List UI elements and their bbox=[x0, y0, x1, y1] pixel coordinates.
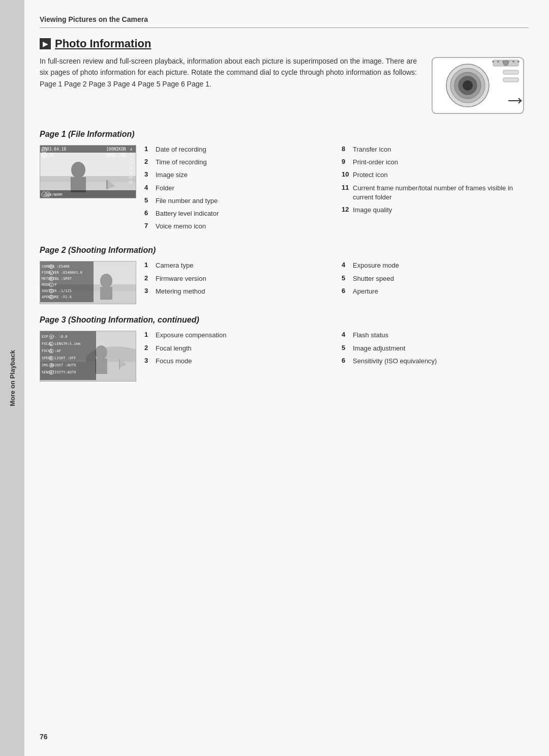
intro-paragraph: In full-screen review and full-screen pl… bbox=[40, 55, 417, 90]
page2-section: Page 2 (Shooting Information) CAMERA :E5… bbox=[40, 246, 529, 304]
page-number: 76 bbox=[40, 733, 48, 741]
page2-col2: 4 Exposure mode 5 Shutter speed 6 Apertu… bbox=[342, 261, 529, 300]
info-item: 5 Shutter speed bbox=[342, 274, 529, 283]
info-item: 6 Battery level indicator bbox=[144, 209, 331, 218]
section-text-block: ▶ Photo Information In full-screen revie… bbox=[40, 37, 417, 90]
svg-rect-21 bbox=[106, 180, 108, 189]
svg-text:FIRM.VER  :E5400V1.0: FIRM.VER :E5400V1.0 bbox=[42, 271, 82, 275]
svg-text:0001.JPG: 0001.JPG bbox=[106, 153, 126, 158]
camera-svg bbox=[427, 52, 529, 119]
svg-text:6: 6 bbox=[50, 296, 52, 299]
page2-col1: 1 Camera type 2 Firmware version 3 Meter… bbox=[144, 261, 331, 300]
info-item: 4 Folder bbox=[144, 184, 331, 193]
svg-text:11: 11 bbox=[129, 180, 133, 184]
sidebar-tab: More on Playback bbox=[0, 0, 24, 756]
svg-text:7: 7 bbox=[130, 162, 132, 165]
svg-text:SENSITIVITY:AUTO: SENSITIVITY:AUTO bbox=[42, 370, 76, 374]
svg-point-5 bbox=[463, 80, 473, 91]
svg-text:1: 1 bbox=[50, 266, 52, 269]
section-title-text: Photo Information bbox=[55, 37, 151, 50]
page2-content: CAMERA :E5400 FIRM.VER :E5400V1.0 METERI… bbox=[40, 261, 529, 304]
svg-text:4: 4 bbox=[130, 148, 132, 151]
svg-text:2: 2 bbox=[50, 343, 52, 346]
svg-text:APERTURE  :F2.6: APERTURE :F2.6 bbox=[42, 295, 72, 299]
svg-text:8: 8 bbox=[130, 166, 132, 170]
page3-col1: 1 Exposure compensation 2 Focal length 3… bbox=[144, 331, 331, 369]
svg-rect-9 bbox=[503, 78, 518, 82]
camera-thumbnail bbox=[427, 52, 529, 121]
info-item: 10 Protect icon bbox=[342, 170, 529, 180]
info-item: 3 Metering method bbox=[144, 287, 331, 296]
svg-text:10: 10 bbox=[129, 176, 133, 179]
info-item: 2 Time of recording bbox=[144, 158, 331, 167]
page1-subtitle: Page 1 (File Information) bbox=[40, 130, 529, 139]
svg-point-14 bbox=[512, 61, 514, 63]
svg-text:5: 5 bbox=[50, 290, 52, 293]
main-content: Viewing Pictures on the Camera ▶ Photo I… bbox=[24, 0, 549, 756]
svg-point-49 bbox=[100, 274, 112, 288]
page3-section: Page 3 (Shooting Information, continued) bbox=[40, 315, 529, 382]
page2-subtitle: Page 2 (Shooting Information) bbox=[40, 246, 529, 255]
svg-rect-8 bbox=[503, 70, 518, 74]
info-item: 7 Voice memo icon bbox=[144, 222, 331, 231]
page2-info-columns: 1 Camera type 2 Firmware version 3 Meter… bbox=[144, 261, 529, 300]
page1-info-columns: 1 Date of recording 2 Time of recording … bbox=[144, 145, 529, 235]
svg-point-15 bbox=[517, 61, 520, 63]
page1-section: Page 1 (File Information) bbox=[40, 130, 529, 235]
svg-text:4: 4 bbox=[50, 284, 52, 287]
svg-point-13 bbox=[507, 61, 509, 63]
page1-col1: 1 Date of recording 2 Time of recording … bbox=[144, 145, 331, 235]
svg-point-19 bbox=[71, 162, 85, 178]
svg-point-10 bbox=[492, 61, 494, 63]
page-footer: 76 bbox=[40, 728, 529, 741]
chapter-title: Viewing Pictures on the Camera bbox=[40, 15, 529, 28]
svg-text:9: 9 bbox=[130, 171, 132, 175]
svg-text:FOCAL LENGTH:5.1mm: FOCAL LENGTH:5.1mm bbox=[42, 342, 80, 346]
section-icon: ▶ bbox=[40, 38, 51, 49]
svg-rect-75 bbox=[95, 359, 107, 374]
info-item: 1 Exposure compensation bbox=[144, 331, 331, 340]
info-item: 1 Camera type bbox=[144, 261, 331, 270]
page1-content: 2003.04.18 100NIKON 15:35 0001.JPG 1 2 4… bbox=[40, 145, 529, 235]
svg-text:1: 1 bbox=[50, 336, 52, 339]
svg-rect-76 bbox=[119, 359, 120, 369]
svg-text:100NIKON: 100NIKON bbox=[106, 147, 126, 152]
info-item: 8 Transfer icon bbox=[342, 145, 529, 154]
svg-point-11 bbox=[497, 61, 499, 63]
info-item: 5 File number and type bbox=[144, 196, 331, 206]
svg-text:METERING  :SPOT: METERING :SPOT bbox=[42, 277, 72, 281]
page3-subtitle: Page 3 (Shooting Information, continued) bbox=[40, 315, 529, 325]
svg-text:6: 6 bbox=[50, 371, 52, 374]
info-item: 9 Print-order icon bbox=[342, 158, 529, 167]
sidebar-label: More on Playback bbox=[9, 350, 16, 406]
page1-col2: 8 Transfer icon 9 Print-order icon 10 Pr… bbox=[342, 145, 529, 235]
svg-point-12 bbox=[502, 61, 504, 63]
svg-text:4: 4 bbox=[50, 357, 52, 360]
info-item: 6 Sensitivity (ISO equivalency) bbox=[342, 357, 529, 366]
info-item: 1 Date of recording bbox=[144, 145, 331, 154]
svg-rect-50 bbox=[100, 287, 112, 300]
svg-text:SHUTTER   :1/125: SHUTTER :1/125 bbox=[42, 289, 72, 293]
info-item: 5 Image adjustment bbox=[342, 344, 529, 353]
svg-text:2: 2 bbox=[50, 272, 52, 275]
info-item: 12 Image quality bbox=[342, 206, 529, 215]
svg-text:3: 3 bbox=[50, 350, 52, 353]
section-main-title: ▶ Photo Information bbox=[40, 37, 417, 50]
svg-text:CAMERA    :E5400: CAMERA :E5400 bbox=[42, 265, 70, 269]
info-item: 3 Focus mode bbox=[144, 357, 331, 366]
page1-diagram: 2003.04.18 100NIKON 15:35 0001.JPG 1 2 4… bbox=[40, 145, 136, 198]
svg-text:12: 12 bbox=[46, 193, 50, 196]
page3-diagram: EXP +/- :0.0 FOCAL LENGTH:5.1mm FOCUS :A… bbox=[40, 331, 136, 382]
page3-col2: 4 Flash status 5 Image adjustment 6 Sens… bbox=[342, 331, 529, 369]
page2-diagram: CAMERA :E5400 FIRM.VER :E5400V1.0 METERI… bbox=[40, 261, 136, 304]
svg-point-74 bbox=[95, 345, 107, 360]
info-item: 2 Firmware version bbox=[144, 274, 331, 283]
info-item: 6 Aperture bbox=[342, 287, 529, 296]
section-title-row: ▶ Photo Information In full-screen revie… bbox=[40, 37, 529, 121]
svg-text:IMG ADJUST :AUTO: IMG ADJUST :AUTO bbox=[42, 363, 76, 367]
svg-text:6: 6 bbox=[130, 157, 132, 161]
svg-text:SPEED LIGHT :OFF: SPEED LIGHT :OFF bbox=[42, 356, 76, 360]
svg-rect-20 bbox=[71, 177, 86, 192]
page3-content: EXP +/- :0.0 FOCAL LENGTH:5.1mm FOCUS :A… bbox=[40, 331, 529, 382]
info-item: 2 Focal length bbox=[144, 344, 331, 353]
